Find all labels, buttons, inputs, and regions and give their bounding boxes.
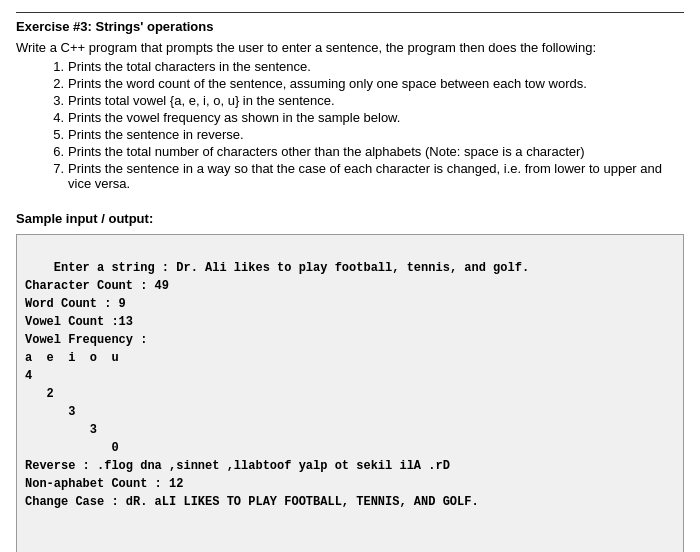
code-line-12: Reverse : .flog dna ,sinnet ,llabtoof ya… [25, 459, 450, 473]
list-item: 6.Prints the total number of characters … [44, 144, 684, 159]
exercise-list: 1.Prints the total characters in the sen… [44, 59, 684, 191]
list-text: Prints the total number of characters ot… [68, 144, 684, 159]
list-num: 4. [44, 110, 64, 125]
code-line-10: 3 [25, 423, 97, 437]
list-item: 2.Prints the word count of the sentence,… [44, 76, 684, 91]
list-item: 7.Prints the sentence in a way so that t… [44, 161, 684, 191]
list-text: Prints the sentence in reverse. [68, 127, 684, 142]
code-line-7: 4 [25, 369, 32, 383]
code-line-13: Non-aphabet Count : 12 [25, 477, 183, 491]
exercise-title: Exercise #3: Strings' operations [16, 12, 684, 34]
exercise-container: Exercise #3: Strings' operations Write a… [16, 12, 684, 552]
code-line-6: a e i o u [25, 351, 119, 365]
code-block: Enter a string : Dr. Ali likes to play f… [16, 234, 684, 552]
list-item: 5.Prints the sentence in reverse. [44, 127, 684, 142]
list-num: 5. [44, 127, 64, 142]
list-num: 7. [44, 161, 64, 191]
list-item: 3.Prints total vowel {a, e, i, o, u} in … [44, 93, 684, 108]
code-line-11: 0 [25, 441, 119, 455]
code-line-1: Enter a string : Dr. Ali likes to play f… [54, 261, 529, 275]
list-num: 1. [44, 59, 64, 74]
code-line-5: Vowel Frequency : [25, 333, 147, 347]
list-item: 1.Prints the total characters in the sen… [44, 59, 684, 74]
list-text: Prints the word count of the sentence, a… [68, 76, 684, 91]
list-num: 6. [44, 144, 64, 159]
code-line-9: 3 [25, 405, 75, 419]
list-text: Prints total vowel {a, e, i, o, u} in th… [68, 93, 684, 108]
list-text: Prints the vowel frequency as shown in t… [68, 110, 684, 125]
list-text: Prints the sentence in a way so that the… [68, 161, 684, 191]
list-text: Prints the total characters in the sente… [68, 59, 684, 74]
exercise-description: Write a C++ program that prompts the use… [16, 40, 684, 55]
sample-section-title: Sample input / output: [16, 211, 684, 226]
code-line-3: Word Count : 9 [25, 297, 126, 311]
code-line-2: Character Count : 49 [25, 279, 169, 293]
code-line-4: Vowel Count :13 [25, 315, 133, 329]
list-item: 4.Prints the vowel frequency as shown in… [44, 110, 684, 125]
list-num: 3. [44, 93, 64, 108]
list-num: 2. [44, 76, 64, 91]
code-line-14: Change Case : dR. aLI LIKES TO PLAY FOOT… [25, 495, 479, 509]
code-line-8: 2 [25, 387, 54, 401]
